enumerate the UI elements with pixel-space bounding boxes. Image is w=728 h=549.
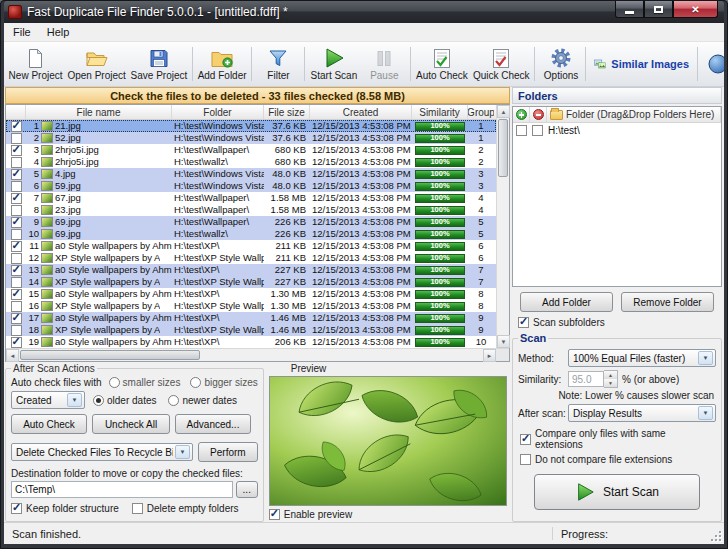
method-dropdown[interactable]: 100% Equal Files (faster) ▼: [568, 349, 716, 367]
col-folder[interactable]: Folder: [172, 105, 264, 119]
row-checkbox[interactable]: [11, 217, 22, 228]
table-row[interactable]: 4 2hrjo5i.jpg H:\test\wallz\ 680 KB 12/1…: [6, 156, 496, 168]
perform-button[interactable]: Perform: [198, 442, 258, 462]
col-check[interactable]: [6, 105, 26, 119]
similar-images-button[interactable]: Similar Images: [588, 43, 695, 85]
scroll-left-arrow[interactable]: ◄: [6, 349, 19, 362]
table-row[interactable]: 7 67.jpg H:\test\Wallpaper\ 1.58 MB 12/1…: [6, 192, 496, 204]
new-project-button[interactable]: New Project: [6, 43, 65, 85]
start-scan-button[interactable]: Start Scan: [534, 474, 700, 510]
resize-grip[interactable]: [710, 530, 723, 543]
spin-up-icon[interactable]: ▲: [604, 371, 617, 379]
delete-empty-folders-checkbox[interactable]: [132, 503, 143, 514]
row-checkbox[interactable]: [11, 277, 22, 288]
checked-files-action-dropdown[interactable]: Delete Checked Files To Recycle Bin ▼: [11, 443, 193, 461]
table-row[interactable]: 17 a0 Style wallpapers by Ahm H:\test\XP…: [6, 312, 496, 324]
after-scan-dropdown[interactable]: Display Results ▼: [568, 404, 716, 422]
similarity-spinner[interactable]: 95.0 ▲▼: [568, 370, 618, 388]
table-row[interactable]: 3 2hrjo5i.jpg H:\test\Wallpaper\ 680 KB …: [6, 144, 496, 156]
row-checkbox[interactable]: [11, 169, 22, 180]
row-checkbox[interactable]: [11, 265, 22, 276]
row-checkbox[interactable]: [11, 157, 22, 168]
row-checkbox[interactable]: [11, 229, 22, 240]
folder-tree-item[interactable]: H:\test\: [513, 123, 721, 138]
col-file-size[interactable]: File size: [264, 105, 310, 119]
start-scan-toolbar-button[interactable]: Start Scan: [307, 43, 360, 85]
row-checkbox[interactable]: [11, 133, 22, 144]
advanced-button[interactable]: Advanced...: [175, 414, 251, 434]
row-checkbox[interactable]: [11, 301, 22, 312]
folder-flag-checkbox[interactable]: [532, 125, 543, 136]
vertical-scroll-thumb[interactable]: [498, 119, 508, 177]
horizontal-scrollbar[interactable]: ◄ ►: [6, 349, 496, 361]
compare-same-extensions-checkbox[interactable]: [520, 434, 531, 445]
destination-folder-input[interactable]: C:\Temp\: [11, 481, 233, 498]
col-file-name[interactable]: File name: [26, 105, 172, 119]
spin-down-icon[interactable]: ▼: [604, 379, 617, 387]
add-folder-button[interactable]: Add Folder: [195, 43, 250, 85]
newer-dates-radio[interactable]: [168, 395, 179, 406]
date-criterion-dropdown[interactable]: Created ▼: [11, 391, 85, 409]
older-dates-radio[interactable]: [93, 395, 104, 406]
row-checkbox[interactable]: [11, 289, 22, 300]
add-folder-panel-button[interactable]: Add Folder: [520, 292, 613, 312]
no-compare-extensions-checkbox[interactable]: [520, 454, 531, 465]
scan-subfolders-checkbox[interactable]: [518, 317, 529, 328]
col-group[interactable]: Group: [468, 105, 494, 119]
row-checkbox[interactable]: [11, 337, 22, 348]
table-row[interactable]: 14 XP Style wallpapers by A H:\test\XP S…: [6, 276, 496, 288]
uncheck-all-button[interactable]: Uncheck All: [92, 414, 170, 434]
row-checkbox[interactable]: [11, 205, 22, 216]
table-row[interactable]: 11 a0 Style wallpapers by Ahm H:\test\XP…: [6, 240, 496, 252]
table-row[interactable]: 8 23.jpg H:\test\Wallpaper\ 1.58 MB 12/1…: [6, 204, 496, 216]
folder-include-checkbox[interactable]: [516, 125, 527, 136]
vertical-scrollbar[interactable]: ▲ ▼: [496, 105, 509, 348]
partial-toolbar-button[interactable]: A: [700, 43, 724, 85]
table-row[interactable]: 5 4.jpg H:\test\Windows Vista ... 48.0 K…: [6, 168, 496, 180]
row-checkbox[interactable]: [11, 241, 22, 252]
table-row[interactable]: 16 XP Style wallpapers by A H:\test\XP S…: [6, 300, 496, 312]
remove-folder-panel-button[interactable]: Remove Folder: [621, 292, 714, 312]
table-row[interactable]: 10 69.jpg H:\test\wallz\ 226 KB 12/15/20…: [6, 228, 496, 240]
table-row[interactable]: 6 59.jpg H:\test\Windows Vista ... 48.0 …: [6, 180, 496, 192]
table-row[interactable]: 19 a0 Style wallpapers by Ahm H:\test\XP…: [6, 336, 496, 348]
auto-check-toolbar-button[interactable]: Auto Check: [413, 43, 470, 85]
quick-check-button[interactable]: Quick Check: [471, 43, 533, 85]
enable-preview-checkbox[interactable]: [269, 509, 280, 520]
table-row[interactable]: 15 a0 Style wallpapers by Ahm H:\test\XP…: [6, 288, 496, 300]
keep-folder-structure-checkbox[interactable]: [11, 503, 22, 514]
table-row[interactable]: 2 52.jpg H:\test\Windows Vista ... 37.6 …: [6, 132, 496, 144]
minimize-button[interactable]: [615, 1, 644, 18]
save-project-button[interactable]: Save Project: [128, 43, 190, 85]
options-button[interactable]: Options: [537, 43, 585, 85]
table-row[interactable]: 9 69.jpg H:\test\Wallpaper\ 226 KB 12/15…: [6, 216, 496, 228]
table-row[interactable]: 1 21.jpg H:\test\Windows Vista ... 37.6 …: [6, 120, 496, 132]
row-checkbox[interactable]: [11, 121, 22, 132]
filter-button[interactable]: Filter: [254, 43, 302, 85]
remove-folder-circle-icon[interactable]: [533, 109, 544, 120]
table-row[interactable]: 12 XP Style wallpapers by A H:\test\XP S…: [6, 252, 496, 264]
scroll-down-arrow[interactable]: ▼: [497, 335, 510, 348]
col-created[interactable]: Created: [310, 105, 412, 119]
browse-destination-button[interactable]: ...: [236, 481, 258, 498]
maximize-button[interactable]: [644, 1, 673, 18]
row-checkbox[interactable]: [11, 181, 22, 192]
menu-help[interactable]: Help: [39, 24, 78, 40]
col-similarity[interactable]: Similarity: [412, 105, 468, 119]
open-project-button[interactable]: Open Project: [65, 43, 128, 85]
add-folder-circle-icon[interactable]: [516, 109, 527, 120]
bigger-sizes-radio[interactable]: [190, 377, 201, 388]
close-button[interactable]: ✕: [673, 1, 718, 18]
menu-file[interactable]: File: [5, 24, 39, 40]
scroll-up-arrow[interactable]: ▲: [497, 105, 510, 118]
row-checkbox[interactable]: [11, 313, 22, 324]
scroll-right-arrow[interactable]: ►: [483, 349, 496, 362]
row-checkbox[interactable]: [11, 193, 22, 204]
smaller-sizes-radio[interactable]: [109, 377, 120, 388]
table-row[interactable]: 13 a0 Style wallpapers by Ahm H:\test\XP…: [6, 264, 496, 276]
row-checkbox[interactable]: [11, 145, 22, 156]
auto-check-button[interactable]: Auto Check: [11, 414, 87, 434]
row-checkbox[interactable]: [11, 253, 22, 264]
row-checkbox[interactable]: [11, 325, 22, 336]
horizontal-scroll-thumb[interactable]: [20, 350, 200, 360]
